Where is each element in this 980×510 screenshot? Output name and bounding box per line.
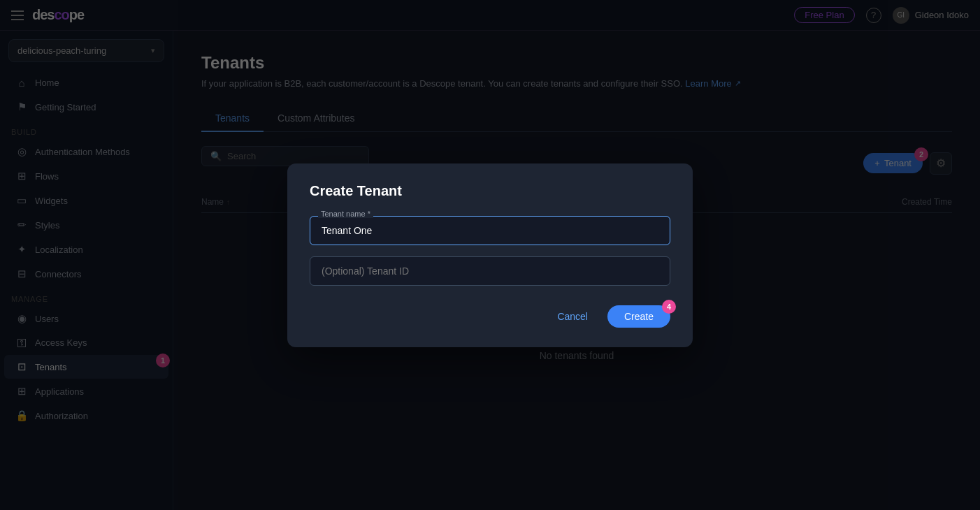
- tenant-id-wrapper: [310, 256, 670, 286]
- tenant-id-group: [310, 256, 670, 286]
- cancel-button[interactable]: Cancel: [546, 305, 599, 328]
- modal-overlay: Create Tenant Tenant name * Cancel Creat…: [0, 0, 980, 510]
- modal-title: Create Tenant: [310, 183, 670, 199]
- modal-actions: Cancel Create 4: [310, 305, 670, 328]
- tenant-name-group: Tenant name *: [310, 216, 670, 245]
- create-button[interactable]: Create 4: [607, 305, 670, 328]
- create-tenant-modal: Create Tenant Tenant name * Cancel Creat…: [287, 163, 693, 347]
- tenant-id-input[interactable]: [310, 256, 670, 286]
- tenant-name-label: Tenant name *: [318, 210, 373, 218]
- tenant-name-input[interactable]: [310, 216, 670, 245]
- create-button-badge: 4: [662, 300, 676, 314]
- tenant-name-wrapper: Tenant name *: [310, 216, 670, 245]
